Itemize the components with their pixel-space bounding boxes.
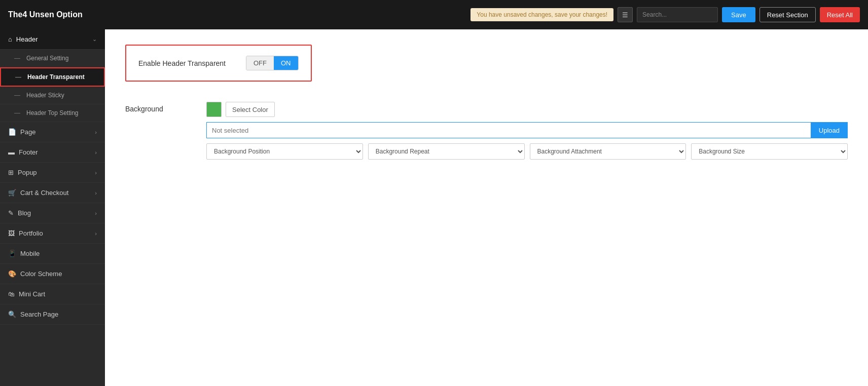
sidebar-label-general-setting: General Setting xyxy=(26,55,68,62)
sidebar-label-portfolio: Portfolio xyxy=(19,229,43,237)
sidebar-label-mini-cart: Mini Cart xyxy=(19,290,45,298)
reset-section-button[interactable]: Reset Section xyxy=(760,7,816,22)
sidebar-item-mobile[interactable]: 📱 Mobile xyxy=(0,244,105,264)
color-scheme-icon: 🎨 xyxy=(8,270,16,278)
toggle-group: OFF ON xyxy=(246,56,299,70)
sidebar-label-mobile: Mobile xyxy=(20,250,40,257)
chevron-right-icon-blog: › xyxy=(95,210,97,216)
sidebar-item-search-page[interactable]: 🔍 Search Page xyxy=(0,304,105,325)
background-size-select[interactable]: Background Size xyxy=(691,143,848,160)
sidebar-item-page[interactable]: 📄 Page › xyxy=(0,122,105,142)
sidebar-item-general-setting[interactable]: — General Setting xyxy=(0,50,105,67)
sidebar-item-header[interactable]: Header ⌄ xyxy=(0,29,105,50)
home-icon xyxy=(8,35,12,43)
sidebar-label-page: Page xyxy=(20,128,35,136)
blog-icon: ✎ xyxy=(8,209,14,217)
chevron-right-icon-footer: › xyxy=(95,149,97,156)
sidebar-label-header: Header xyxy=(16,35,38,43)
search-input[interactable] xyxy=(637,7,718,22)
sidebar-item-footer[interactable]: ▬ Footer › xyxy=(0,142,105,163)
sidebar-label-footer: Footer xyxy=(19,148,38,156)
sidebar-label-search-page: Search Page xyxy=(20,311,58,318)
file-input[interactable] xyxy=(206,122,811,138)
toggle-off-button[interactable]: OFF xyxy=(246,56,274,70)
sidebar-item-header-sticky[interactable]: — Header Sticky xyxy=(0,87,105,104)
sidebar-label-header-sticky: Header Sticky xyxy=(26,92,64,99)
content-area: Enable Header Transparent OFF ON Backgro… xyxy=(105,29,868,386)
chevron-right-icon-portfolio: › xyxy=(95,230,97,237)
mobile-icon: 📱 xyxy=(8,250,16,257)
top-bar-actions: You have unsaved changes, save your chan… xyxy=(471,7,860,22)
sidebar-label-header-transparent: Header Transparent xyxy=(27,73,85,81)
dropdowns-row: Background Position Background Repeat Ba… xyxy=(206,143,848,160)
color-row: Select Color xyxy=(206,102,848,117)
save-button[interactable]: Save xyxy=(722,7,755,22)
sidebar-item-header-top-setting[interactable]: — Header Top Setting xyxy=(0,104,105,122)
background-repeat-select[interactable]: Background Repeat xyxy=(368,143,525,160)
sidebar-item-cart-checkout[interactable]: 🛒 Cart & Checkout › xyxy=(0,183,105,203)
chevron-right-icon: › xyxy=(95,129,97,135)
reset-all-button[interactable]: Reset All xyxy=(820,7,860,22)
portfolio-icon: 🖼 xyxy=(8,229,15,237)
sidebar: Header ⌄ — General Setting — Header Tran… xyxy=(0,29,105,386)
top-bar: The4 Unsen Option You have unsaved chang… xyxy=(0,0,868,29)
sidebar-item-header-transparent[interactable]: — Header Transparent xyxy=(0,67,105,87)
sidebar-label-blog: Blog xyxy=(18,209,31,217)
chevron-right-icon-cart: › xyxy=(95,190,97,196)
upload-button[interactable]: Upload xyxy=(811,122,848,138)
list-icon-button[interactable]: ☰ xyxy=(618,7,633,22)
sidebar-label-header-top-setting: Header Top Setting xyxy=(26,109,79,117)
sidebar-item-color-scheme[interactable]: 🎨 Color Scheme xyxy=(0,264,105,284)
toggle-on-button[interactable]: ON xyxy=(274,56,298,70)
sidebar-item-portfolio[interactable]: 🖼 Portfolio › xyxy=(0,223,105,244)
main-layout: Header ⌄ — General Setting — Header Tran… xyxy=(0,29,868,386)
sidebar-item-popup[interactable]: ⊞ Popup › xyxy=(0,163,105,183)
footer-icon: ▬ xyxy=(8,148,15,156)
page-icon: 📄 xyxy=(8,128,16,136)
sidebar-label-cart-checkout: Cart & Checkout xyxy=(20,189,68,197)
background-label: Background xyxy=(125,102,186,113)
chevron-right-icon-popup: › xyxy=(95,170,97,176)
sidebar-item-blog[interactable]: ✎ Blog › xyxy=(0,203,105,223)
chevron-down-icon: ⌄ xyxy=(92,36,97,43)
background-section: Background Select Color Upload Backgroun… xyxy=(125,102,848,160)
select-color-button[interactable]: Select Color xyxy=(226,102,275,117)
enable-transparent-label: Enable Header Transparent xyxy=(138,59,226,67)
unsaved-notice: You have unsaved changes, save your chan… xyxy=(471,8,613,21)
mini-cart-icon: 🛍 xyxy=(8,290,15,298)
file-row: Upload xyxy=(206,122,848,138)
popup-icon: ⊞ xyxy=(8,169,14,176)
cart-icon: 🛒 xyxy=(8,189,16,197)
background-attachment-select[interactable]: Background Attachment xyxy=(530,143,686,160)
sidebar-item-mini-cart[interactable]: 🛍 Mini Cart xyxy=(0,284,105,304)
app-title: The4 Unsen Option xyxy=(8,10,83,19)
search-page-icon: 🔍 xyxy=(8,311,16,318)
sidebar-label-popup: Popup xyxy=(18,169,37,176)
background-controls: Select Color Upload Background Position … xyxy=(206,102,848,160)
color-swatch[interactable] xyxy=(206,102,222,117)
sidebar-label-color-scheme: Color Scheme xyxy=(20,270,62,278)
background-position-select[interactable]: Background Position xyxy=(206,143,363,160)
enable-transparent-section: Enable Header Transparent OFF ON xyxy=(125,45,312,82)
